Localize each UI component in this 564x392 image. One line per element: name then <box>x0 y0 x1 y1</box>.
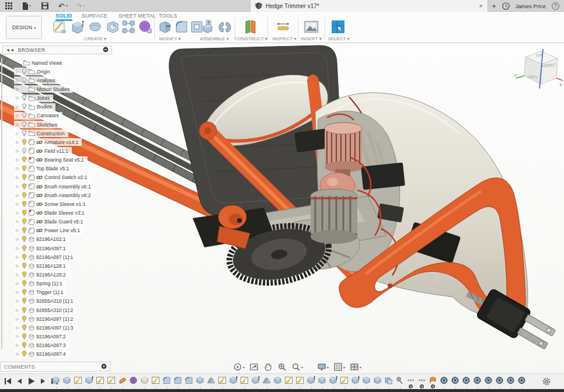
browser-item[interactable]: Named Views <box>2 58 119 67</box>
expand-triangle-icon[interactable]: ▷ <box>15 352 20 356</box>
browser-item[interactable]: ▷92196A097:3 <box>2 341 119 350</box>
timeline-feature-icon-joint-dark[interactable] <box>517 376 528 387</box>
timeline-feature-icon-extrude-up[interactable] <box>229 376 240 387</box>
orbit-icon[interactable]: ▾ <box>232 362 245 372</box>
timeline-feature-icon-extrude[interactable] <box>196 376 207 387</box>
step-back-button[interactable] <box>15 377 24 386</box>
expand-triangle-icon[interactable]: ▷ <box>15 308 20 313</box>
browser-item[interactable]: ▷92196A097:4 <box>2 350 119 359</box>
expand-triangle-icon[interactable]: ▷ <box>15 272 20 277</box>
browser-item[interactable]: ▷92196A097 (1):1 <box>2 253 119 261</box>
browser-item[interactable]: ▷Field v11:1 <box>2 146 119 155</box>
visibility-bulb-icon[interactable] <box>22 262 27 270</box>
visibility-bulb-icon[interactable] <box>22 156 27 163</box>
undo-icon[interactable]: ↶ <box>56 1 67 10</box>
expand-triangle-icon[interactable]: ▷ <box>15 87 20 92</box>
browser-item[interactable]: ▷92196A128:1 <box>2 261 119 270</box>
browser-item[interactable]: ▷Brush Assembly v6:1 <box>2 182 119 191</box>
zoom-window-icon[interactable]: ▾ <box>291 362 304 372</box>
visibility-bulb-icon[interactable] <box>22 316 27 323</box>
browser-item[interactable]: ▷Trigger (1):1 <box>2 288 119 297</box>
expand-triangle-icon[interactable]: ▷ <box>15 78 20 83</box>
mesh-sphere-icon[interactable] <box>138 19 153 34</box>
save-icon[interactable] <box>40 1 50 10</box>
browser-item[interactable]: ▷Construction <box>2 129 119 138</box>
visibility-bulb-icon[interactable] <box>22 271 27 278</box>
timeline-feature-icon-fillet[interactable] <box>184 376 196 387</box>
browser-item[interactable]: ▷92855A310 (1):1 <box>2 297 119 306</box>
look-at-icon[interactable] <box>249 362 259 372</box>
timeline-feature-icon-sketch[interactable] <box>295 376 307 387</box>
expand-triangle-icon[interactable]: ▷ <box>15 166 20 171</box>
timeline-feature-icon-joint-dark[interactable] <box>484 376 495 387</box>
expand-triangle-icon[interactable]: ▷ <box>15 131 20 136</box>
step-forward-button[interactable] <box>39 377 47 386</box>
timeline-feature-icon-sketch[interactable] <box>240 376 251 387</box>
timeline-feature-icon-extrude[interactable] <box>373 376 384 387</box>
timeline-feature-icon-extrude-up[interactable] <box>307 376 318 387</box>
job-status-clock-icon[interactable] <box>502 2 510 10</box>
visibility-bulb-icon[interactable] <box>22 94 27 102</box>
group-label-inspect[interactable]: INSPECT ▾ <box>273 36 297 41</box>
visibility-bulb-icon[interactable] <box>22 227 27 234</box>
expand-triangle-icon[interactable]: ▷ <box>15 281 20 286</box>
expand-triangle-icon[interactable]: ▷ <box>15 69 20 74</box>
expand-triangle-icon[interactable]: ▷ <box>15 202 20 206</box>
expand-triangle-icon[interactable]: ▷ <box>15 123 20 127</box>
revolve-icon[interactable] <box>105 19 120 34</box>
timeline-feature-icon-sketch[interactable] <box>218 376 229 387</box>
expand-triangle-icon[interactable]: ▷ <box>15 326 20 330</box>
timeline-feature-icon-combine[interactable] <box>384 376 395 387</box>
timeline-feature-icon-sketch[interactable] <box>340 376 351 387</box>
browser-item[interactable]: ▷Blade Guard v5:1 <box>2 218 119 226</box>
browser-item[interactable]: ▷Spring (1):1 <box>2 279 119 288</box>
timeline-feature-icon-flag[interactable]: + <box>429 376 440 387</box>
visibility-bulb-icon[interactable] <box>22 333 27 340</box>
fillet-icon[interactable] <box>174 19 189 34</box>
pan-icon[interactable] <box>263 362 273 372</box>
create-sketch-icon[interactable] <box>53 19 68 34</box>
visibility-bulb-icon[interactable] <box>22 218 27 225</box>
browser-item[interactable]: ▷Blade Sleeve v3:1 <box>2 208 119 217</box>
close-tab-icon[interactable]: × <box>479 2 483 9</box>
browser-item[interactable]: ▷92196A097:1 <box>2 244 119 253</box>
expand-triangle-icon[interactable]: ▷ <box>15 175 20 180</box>
visibility-bulb-icon[interactable] <box>22 342 27 349</box>
expand-triangle-icon[interactable]: ▷ <box>15 246 20 251</box>
visibility-bulb-icon[interactable] <box>22 112 27 119</box>
browser-item[interactable]: ▷92855A310 (1):2 <box>2 306 119 314</box>
timeline-feature-icon-joint-dark[interactable] <box>462 376 473 387</box>
group-label-modify[interactable]: MODIFY ▾ <box>159 36 180 41</box>
timeline-feature-icon-mirror[interactable] <box>262 376 273 387</box>
tab-sheetmetal[interactable]: SHEET METAL <box>119 13 156 19</box>
timeline-feature-icon-joint-dark[interactable] <box>495 376 506 387</box>
timeline-feature-icon-extrude-up[interactable] <box>85 376 96 387</box>
visibility-bulb-icon[interactable] <box>22 298 27 304</box>
collapse-browser-icon[interactable]: ◄◄ <box>6 48 15 52</box>
expand-triangle-icon[interactable]: ▷ <box>15 158 20 162</box>
timeline-feature-icon-joint-dark[interactable] <box>440 376 451 387</box>
timeline-feature-icon-dots[interactable]: + <box>406 376 417 387</box>
visibility-bulb-icon[interactable] <box>22 103 27 110</box>
visibility-bulb-icon[interactable] <box>22 307 27 314</box>
visibility-bulb-icon[interactable] <box>22 324 27 331</box>
browser-item[interactable]: ▷Armature v14:1 <box>2 138 119 146</box>
browser-item[interactable]: ▷Origin <box>2 67 119 76</box>
timeline-feature-icon-sphere[interactable] <box>129 376 140 387</box>
timeline-feature-icon-extrude-up[interactable] <box>329 376 340 387</box>
extrude-icon[interactable] <box>70 19 85 34</box>
timeline-feature-icon-fillet[interactable] <box>173 376 184 387</box>
browser-item[interactable]: ▷92196A102:1 <box>2 235 119 244</box>
browser-item[interactable]: ▷92196A097:2 <box>2 332 119 341</box>
expand-triangle-icon[interactable]: ▷ <box>15 193 20 198</box>
form-box-icon[interactable] <box>88 19 103 34</box>
redo-caret[interactable]: ▾ <box>83 4 85 8</box>
viewports-icon[interactable]: ▾ <box>349 362 362 372</box>
expand-triangle-icon[interactable]: ▷ <box>15 211 20 215</box>
workspace-switcher[interactable]: DESIGN ▾ <box>6 16 42 39</box>
skip-to-start-button[interactable] <box>4 377 12 386</box>
timeline-feature-icon-fillet[interactable] <box>162 376 173 387</box>
timeline-feature-icon-extrude-up[interactable] <box>251 376 262 387</box>
expand-triangle-icon[interactable]: ▷ <box>15 255 20 260</box>
expand-triangle-icon[interactable]: ▷ <box>15 104 20 109</box>
